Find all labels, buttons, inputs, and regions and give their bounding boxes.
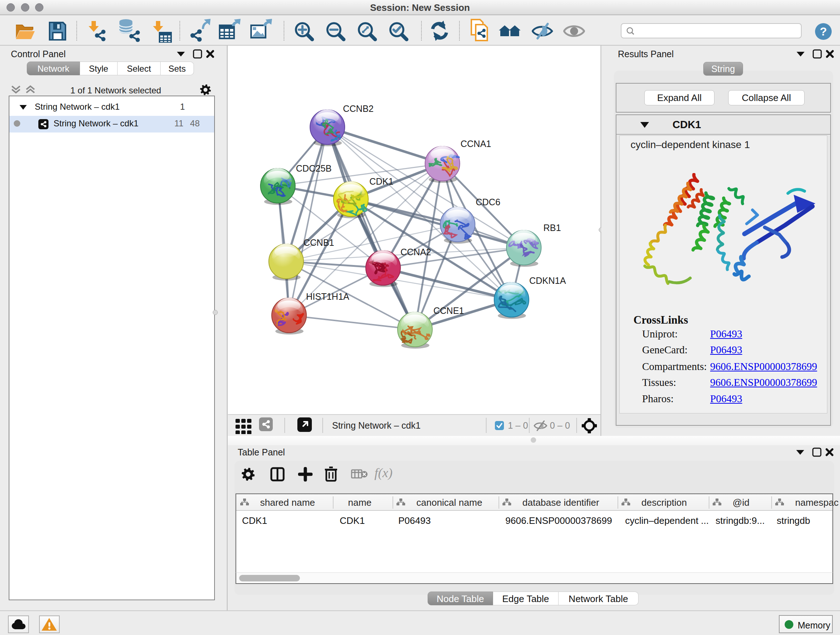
svg-text:CDKN1A: CDKN1A xyxy=(529,276,566,286)
svg-text:CCNB1: CCNB1 xyxy=(303,238,334,248)
svg-text:CDK1: CDK1 xyxy=(369,176,393,187)
svg-text:CCNB2: CCNB2 xyxy=(343,103,374,114)
svg-text:RB1: RB1 xyxy=(543,223,561,233)
svg-text:CDC25B: CDC25B xyxy=(296,163,332,173)
svg-text:HIST1H1A: HIST1H1A xyxy=(306,291,349,302)
svg-text:CCNE1: CCNE1 xyxy=(433,306,464,316)
svg-text:CCNA2: CCNA2 xyxy=(401,247,431,257)
svg-text:CDC6: CDC6 xyxy=(476,197,500,207)
svg-text:CCNA1: CCNA1 xyxy=(461,139,491,149)
